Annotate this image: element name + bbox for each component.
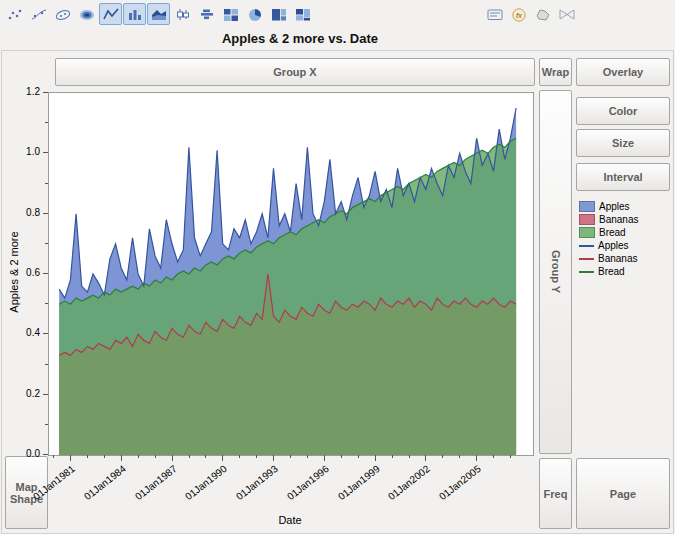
drop-zone-group-y[interactable]: Group Y (539, 90, 572, 454)
formula-icon[interactable]: fx (507, 3, 530, 25)
ellipse-icon-glyph (54, 7, 72, 22)
x-tick-mark (273, 455, 274, 461)
x-tick-mark (222, 455, 223, 461)
drop-zone-page[interactable]: Page (576, 458, 670, 529)
x-minor-tick (53, 455, 54, 458)
drop-zone-wrap-label: Wrap (542, 66, 569, 78)
x-tick-mark (324, 455, 325, 461)
points-icon[interactable] (3, 3, 26, 25)
smoother-icon[interactable] (27, 3, 50, 25)
legend-label: Apples (598, 240, 629, 251)
x-minor-tick (239, 455, 240, 458)
x-minor-tick (138, 455, 139, 458)
legend-line-swatch (579, 245, 594, 247)
y-tick-mark (43, 333, 48, 334)
formula-icon-glyph: fx (510, 7, 528, 22)
y-tick-label: 1.0 (2, 146, 40, 157)
y-minor-tick (45, 424, 48, 425)
points-icon-glyph (6, 7, 24, 22)
pie-icon[interactable] (243, 3, 266, 25)
y-minor-tick (45, 122, 48, 123)
area-icon[interactable] (147, 3, 170, 25)
y-minor-tick (45, 364, 48, 365)
map-shape-icon-glyph (534, 7, 552, 22)
legend-line-swatch (579, 258, 594, 260)
x-minor-tick (442, 455, 443, 458)
y-tick-mark (43, 213, 48, 214)
x-tick-mark (70, 455, 71, 461)
drop-zone-overlay[interactable]: Overlay (576, 58, 670, 86)
treemap-icon[interactable] (267, 3, 290, 25)
drop-zone-wrap[interactable]: Wrap (539, 58, 572, 86)
drop-zone-size[interactable]: Size (576, 129, 670, 157)
x-tick-mark (425, 455, 426, 461)
heatmap-icon[interactable] (219, 3, 242, 25)
x-axis[interactable]: 01Jan198101Jan198401Jan198701Jan199001Ja… (48, 455, 532, 513)
svg-text:fx: fx (515, 10, 522, 19)
legend-fill-item[interactable]: Bananas (579, 214, 671, 225)
x-tick-mark (121, 455, 122, 461)
area-chart (49, 93, 533, 455)
y-minor-tick (45, 183, 48, 184)
x-minor-tick (155, 455, 156, 458)
mosaic-icon[interactable] (291, 3, 314, 25)
legend-line-item[interactable]: Apples (579, 240, 671, 251)
chart-legend: ApplesBananasBreadApplesBananasBread (579, 201, 671, 279)
x-minor-tick (87, 455, 88, 458)
legend-label: Apples (599, 201, 630, 212)
plot-area[interactable] (48, 92, 534, 456)
drop-zone-group-x[interactable]: Group X (55, 58, 535, 86)
x-tick-mark (375, 455, 376, 461)
heatmap-icon-glyph (222, 7, 240, 22)
drop-zone-freq[interactable]: Freq (539, 458, 572, 529)
pie-icon-glyph (246, 7, 264, 22)
map-shape-icon[interactable] (531, 3, 554, 25)
element-toolbar: fx (3, 2, 579, 26)
smoother-icon-glyph (30, 7, 48, 22)
treemap-icon-glyph (270, 7, 288, 22)
histogram-icon[interactable] (195, 3, 218, 25)
x-minor-tick (510, 455, 511, 458)
y-tick-label: 1.2 (2, 86, 40, 97)
drop-zone-interval[interactable]: Interval (576, 163, 670, 191)
drop-zone-page-label: Page (610, 488, 636, 500)
caption-box-icon[interactable] (483, 3, 506, 25)
mosaic-icon-glyph (294, 7, 312, 22)
x-minor-tick (358, 455, 359, 458)
ellipse-icon[interactable] (51, 3, 74, 25)
drop-zone-freq-label: Freq (544, 488, 568, 500)
line-icon[interactable] (99, 3, 122, 25)
legend-fill-item[interactable]: Bread (579, 227, 671, 238)
graph-title: Apples & 2 more vs. Date (0, 31, 600, 46)
contour-icon[interactable] (75, 3, 98, 25)
legend-swatch (579, 214, 595, 225)
x-minor-tick (341, 455, 342, 458)
bar-icon[interactable] (123, 3, 146, 25)
x-minor-tick (205, 455, 206, 458)
y-minor-tick (45, 243, 48, 244)
drop-zone-color[interactable]: Color (576, 97, 670, 125)
drop-zone-group-x-label: Group X (273, 66, 316, 78)
graph-builder-window: fx Apples & 2 more vs. Date Group X Wrap… (0, 0, 675, 534)
x-minor-tick (307, 455, 308, 458)
y-tick-mark (43, 394, 48, 395)
legend-label: Bread (599, 227, 626, 238)
legend-line-item[interactable]: Bread (579, 266, 671, 277)
x-minor-tick (104, 455, 105, 458)
box-plot-icon-glyph (174, 7, 192, 22)
legend-line-item[interactable]: Bananas (579, 253, 671, 264)
y-tick-mark (43, 152, 48, 153)
legend-swatch (579, 201, 595, 212)
histogram-icon-glyph (198, 7, 216, 22)
area-icon-glyph (150, 7, 168, 22)
caption-box-icon-glyph (486, 7, 504, 22)
drop-zone-overlay-label: Overlay (603, 66, 643, 78)
legend-fill-item[interactable]: Apples (579, 201, 671, 212)
y-tick-label: 0.0 (2, 448, 40, 459)
box-plot-icon[interactable] (171, 3, 194, 25)
y-tick-label: 0.2 (2, 388, 40, 399)
y-axis-title: Apples & 2 more (8, 172, 20, 372)
drop-zone-size-label: Size (612, 137, 634, 149)
parallel-plot-icon[interactable] (555, 3, 578, 25)
x-minor-tick (256, 455, 257, 458)
